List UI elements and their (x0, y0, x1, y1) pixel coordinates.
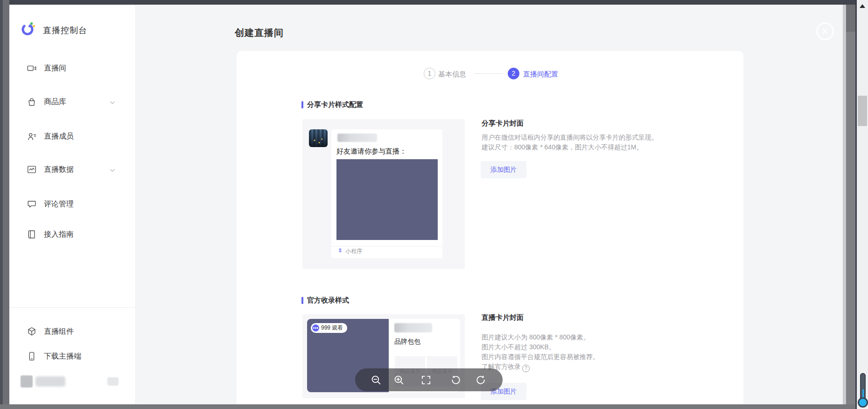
share-card-preview: 好友邀请你参与直播： 小程序 (331, 129, 442, 258)
scroll-cursor-bulb (858, 397, 868, 408)
rotate-right-icon[interactable] (475, 374, 487, 386)
sidebar-item-download-anchor-app[interactable]: 下载主播端 (9, 347, 136, 366)
frame-top (0, 0, 857, 5)
cube-icon (27, 326, 37, 337)
official-info-desc-3: 图片内容遵循平台规范后更容易被推荐。 (482, 352, 599, 362)
sidebar-item-live-components[interactable]: 直播组件 (9, 322, 136, 341)
sidebar-item-live-data[interactable]: 直播数据 (9, 160, 136, 179)
sidebar-item-integration-guide[interactable]: 接入指南 (9, 225, 136, 244)
screen: 直播控制台 直播间 商品库 直播成员 直播数据 评论管理 (0, 0, 868, 409)
frame-left (0, 0, 9, 409)
share-info-desc-2: 建议尺寸：800像素 * 640像素，图片大小不得超过1M。 (482, 142, 643, 152)
bag-icon (27, 97, 37, 107)
official-info-desc-2: 图片大小不超过 300KB。 (482, 342, 555, 352)
sidebar-item-label: 直播间 (44, 63, 66, 73)
scrollbar-thumb[interactable] (858, 96, 867, 126)
official-info-desc-1: 图片建议大小为 800像素 * 800像素。 (482, 332, 590, 342)
account-name-redacted[interactable] (35, 376, 65, 387)
sidebar-item-label: 直播组件 (44, 327, 74, 337)
share-info-desc-1: 用户在微信对话框内分享的直播间将以分享卡片的形式呈现。 (482, 133, 658, 142)
comment-icon (27, 199, 37, 209)
step-1-circle: 1 (424, 68, 435, 79)
chart-icon (27, 164, 37, 175)
sidebar-item-label: 直播数据 (44, 165, 74, 175)
official-section-header: 官方收录样式 (307, 296, 349, 305)
browser-scrollbar[interactable] (857, 0, 868, 409)
share-info-title: 分享卡片封面 (482, 119, 524, 128)
sidebar-item-label: 商品库 (44, 97, 66, 107)
mini-program-label: 小程序 (345, 247, 362, 255)
frame-right-light-strip (843, 5, 846, 404)
account-badge-redacted (107, 377, 119, 386)
step-2-circle: 2 (508, 68, 519, 79)
sidebar-item-live-room[interactable]: 直播间 (9, 59, 136, 78)
sidebar-item-label: 下载主播端 (44, 352, 81, 361)
chevron-down-icon[interactable] (110, 167, 115, 175)
step-1-label: 基本信息 (438, 70, 466, 79)
scrollbar-up-arrow-icon[interactable] (860, 4, 865, 8)
shop-name-redacted (394, 323, 432, 332)
account-avatar[interactable] (21, 375, 33, 388)
modal-title: 创建直播间 (235, 27, 284, 39)
rotate-left-icon[interactable] (450, 374, 462, 386)
share-cover-placeholder-image (336, 159, 438, 240)
share-message-text: 好友邀请你参与直播： (336, 147, 406, 156)
zoom-out-icon[interactable] (370, 374, 382, 386)
chat-avatar-image (309, 129, 328, 147)
sidebar-item-product-library[interactable]: 商品库 (9, 92, 136, 111)
section-accent-bar (301, 101, 303, 108)
chevron-down-icon[interactable] (110, 99, 115, 107)
frame-bottom (0, 404, 857, 409)
live-indicator-icon (312, 324, 319, 331)
sidebar-item-label: 直播成员 (44, 132, 74, 141)
fullscreen-icon[interactable] (420, 374, 432, 386)
inner-scroll-thumb[interactable] (846, 5, 855, 32)
viewer-count-badge: 999 观看 (311, 323, 347, 333)
share-section-header: 分享卡片样式配置 (307, 100, 363, 109)
sender-name-redacted (337, 134, 377, 142)
close-icon (821, 28, 829, 35)
share-add-image-button[interactable]: 添加图片 (481, 161, 526, 178)
zoom-in-icon[interactable] (393, 374, 405, 386)
camera-icon (27, 63, 37, 73)
live-title-text: 品牌包包 (394, 338, 420, 346)
section-accent-bar (301, 297, 303, 304)
phone-icon (27, 351, 37, 361)
app-logo-icon (20, 21, 36, 37)
close-button[interactable] (816, 22, 834, 40)
viewer-count-text: 999 观看 (321, 324, 343, 332)
mini-program-icon (337, 247, 343, 255)
inner-scroll-track[interactable] (846, 5, 855, 404)
chat-card-divider (331, 246, 442, 247)
app-title: 直播控制台 (43, 25, 87, 36)
member-icon (27, 131, 37, 141)
image-viewer-toolbar (355, 368, 503, 391)
sidebar-item-live-members[interactable]: 直播成员 (9, 127, 136, 146)
book-icon (27, 229, 37, 240)
step-connector (474, 73, 503, 74)
sidebar-item-label: 接入指南 (44, 230, 74, 240)
official-info-title: 直播卡片封面 (482, 313, 524, 322)
sidebar-item-label: 评论管理 (44, 199, 74, 209)
step-2-label: 直播间配置 (523, 70, 558, 79)
sidebar-divider (9, 307, 136, 308)
sidebar-item-comment-management[interactable]: 评论管理 (9, 195, 136, 213)
help-icon[interactable]: ? (522, 365, 530, 372)
